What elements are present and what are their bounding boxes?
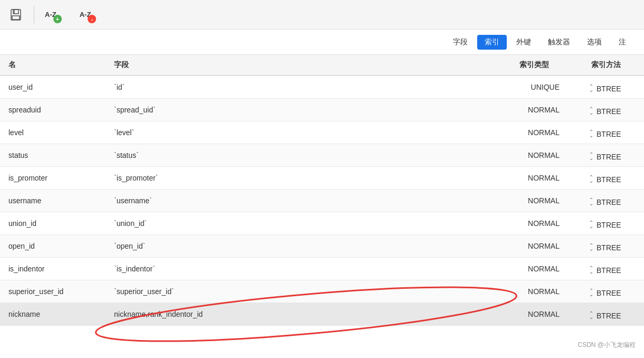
btree-label: BTREE [596,153,621,161]
btree-label: BTREE [596,312,621,320]
cell-name: user_id [0,76,106,99]
btree-label: BTREE [596,289,621,297]
toolbar: A-Z + A-Z - [0,0,644,30]
col-header-field: 字段 [106,55,496,76]
btree-label: BTREE [596,175,621,184]
sort-arrows-icon: ⌃⌄ [589,175,593,184]
cell-field: `id` [106,76,496,99]
btree-label: BTREE [596,107,621,116]
sort-arrows-icon: ⌃⌄ [589,311,593,320]
cell-name: is_indentor [0,258,106,280]
cell-field: `is_indentor` [106,258,496,280]
tab-indexes[interactable]: 索引 [477,35,507,50]
cell-index-method: ⌃⌄ BTREE [581,121,644,144]
cell-index-type: NORMAL [496,280,581,303]
cell-name: superior_user_id [0,280,106,303]
cell-index-method: ⌃⌄ BTREE [581,303,644,326]
cell-name: spreaduid [0,99,106,121]
tab-foreign-keys[interactable]: 外键 [509,35,538,50]
sort-arrows-icon: ⌃⌄ [589,266,593,275]
cell-name: union_id [0,212,106,235]
cell-index-type: NORMAL [496,99,581,121]
table-row[interactable]: user_id`id`UNIQUE ⌃⌄ BTREE [0,76,644,99]
tab-options[interactable]: 选项 [580,35,609,50]
cell-index-method: ⌃⌄ BTREE [581,144,644,167]
sort-asc-badge: + [55,16,59,22]
sort-arrows-icon: ⌃⌄ [589,288,593,297]
col-header-name: 名 [0,55,106,76]
sort-arrows-icon: ⌃⌄ [589,243,593,252]
cell-field: `username` [106,190,496,212]
sort-desc-button[interactable]: A-Z - [78,9,93,20]
cell-name: username [0,190,106,212]
watermark: CSDN @小飞龙编程 [577,341,636,350]
table-row[interactable]: is_promoter`is_promoter`NORMAL ⌃⌄ BTREE [0,167,644,190]
cell-index-type: NORMAL [496,212,581,235]
cell-field: `open_id` [106,235,496,258]
cell-field: `spread_uid` [106,99,496,121]
cell-index-method: ⌃⌄ BTREE [581,190,644,212]
cell-index-type: NORMAL [496,190,581,212]
btree-label: BTREE [596,198,621,206]
table-row[interactable]: union_id`union_id`NORMAL ⌃⌄ BTREE [0,212,644,235]
table-row[interactable]: level`level`NORMAL ⌃⌄ BTREE [0,121,644,144]
cell-field: `union_id` [106,212,496,235]
cell-index-method: ⌃⌄ BTREE [581,212,644,235]
cell-index-method: ⌃⌄ BTREE [581,235,644,258]
tab-comments[interactable]: 注 [611,35,633,50]
cell-index-type: NORMAL [496,303,581,326]
table-row[interactable]: spreaduid`spread_uid`NORMAL ⌃⌄ BTREE [0,99,644,121]
cell-index-type: NORMAL [496,121,581,144]
sort-arrows-icon: ⌃⌄ [589,107,593,116]
cell-index-method: ⌃⌄ BTREE [581,99,644,121]
btree-label: BTREE [596,221,621,229]
cell-index-method: ⌃⌄ BTREE [581,258,644,280]
table-row[interactable]: status`status`NORMAL ⌃⌄ BTREE [0,144,644,167]
cell-index-method: ⌃⌄ BTREE [581,167,644,190]
table-header-row: 名 字段 索引类型 索引方法 [0,55,644,76]
cell-field: `superior_user_id` [106,280,496,303]
table-row[interactable]: superior_user_id`superior_user_id`NORMAL… [0,280,644,303]
index-table: 名 字段 索引类型 索引方法 user_id`id`UNIQUE ⌃⌄ BTRE… [0,55,644,326]
sort-arrows-icon: ⌃⌄ [589,220,593,229]
cell-index-type: NORMAL [496,144,581,167]
btree-label: BTREE [596,243,621,252]
btree-label: BTREE [596,130,621,138]
svg-rect-2 [12,16,20,20]
table-row[interactable]: open_id`open_id`NORMAL ⌃⌄ BTREE [0,235,644,258]
sort-arrows-icon: ⌃⌄ [589,152,593,161]
cell-name: level [0,121,106,144]
cell-name: nickname [0,303,106,326]
cell-index-type: NORMAL [496,167,581,190]
sort-arrows-icon: ⌃⌄ [589,84,593,93]
cell-name: status [0,144,106,167]
col-header-index-method: 索引方法 [581,55,644,76]
cell-field: `status` [106,144,496,167]
cell-name: is_promoter [0,167,106,190]
sort-arrows-icon: ⌃⌄ [589,197,593,206]
cell-field: `level` [106,121,496,144]
table-row[interactable]: nicknamenickname,rank_indentor_idNORMAL … [0,303,644,326]
table-row[interactable]: is_indentor`is_indentor`NORMAL ⌃⌄ BTREE [0,258,644,280]
table-row[interactable]: username`username`NORMAL ⌃⌄ BTREE [0,190,644,212]
cell-name: open_id [0,235,106,258]
cell-index-type: NORMAL [496,235,581,258]
tab-triggers[interactable]: 触发器 [541,35,577,50]
cell-index-method: ⌃⌄ BTREE [581,76,644,99]
sort-arrows-icon: ⌃⌄ [589,129,593,138]
btree-label: BTREE [596,266,621,275]
tab-fields[interactable]: 字段 [446,35,475,50]
index-table-container: 名 字段 索引类型 索引方法 user_id`id`UNIQUE ⌃⌄ BTRE… [0,55,644,358]
save-button[interactable] [6,5,25,24]
tab-bar: 字段 索引 外键 触发器 选项 注 [0,30,644,55]
sort-asc-button[interactable]: A-Z + [43,9,59,20]
cell-field: `is_promoter` [106,167,496,190]
cell-index-method: ⌃⌄ BTREE [581,280,644,303]
toolbar-divider-1 [34,6,34,23]
cell-field: nickname,rank_indentor_id [106,303,496,326]
sort-desc-badge: - [91,16,93,22]
col-header-index-type: 索引类型 [496,55,581,76]
cell-index-type: NORMAL [496,258,581,280]
cell-index-type: UNIQUE [496,76,581,99]
btree-label: BTREE [596,84,621,93]
